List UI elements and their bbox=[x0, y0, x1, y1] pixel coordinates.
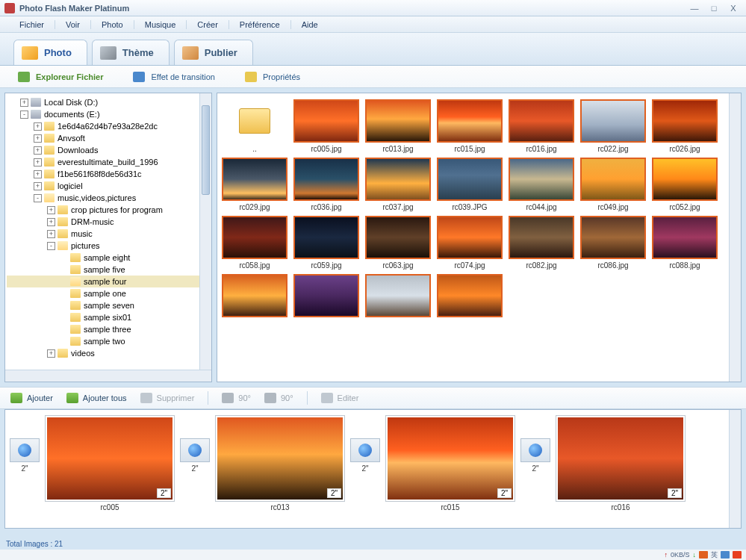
menu-item-voir[interactable]: Voir bbox=[55, 20, 91, 29]
tree-node[interactable]: sample seven bbox=[7, 299, 210, 311]
transition-slot[interactable]: 2" bbox=[520, 416, 550, 473]
file-tree[interactable]: +Local Disk (D:)-documents (E:)+1e6d4a62… bbox=[5, 93, 211, 370]
expand-toggle[interactable]: + bbox=[20, 99, 28, 107]
thumbnail[interactable]: rc044.jpg bbox=[507, 158, 576, 211]
tree-node[interactable]: -music,videos,pictures bbox=[7, 192, 210, 204]
tree-node[interactable]: +logiciel bbox=[7, 180, 210, 192]
timeline-image-slot[interactable]: 2"rc013 bbox=[216, 416, 344, 511]
sub-tab[interactable]: Exploreur Fichier bbox=[18, 72, 103, 82]
thumbnail[interactable]: rc015.jpg bbox=[435, 99, 504, 153]
transition-slot[interactable]: 2" bbox=[350, 416, 380, 473]
tree-node[interactable]: +everestultimate_build_1996 bbox=[7, 156, 210, 168]
tree-node[interactable]: +1e6d4a62d4b7e93a28e2dc bbox=[7, 120, 210, 132]
thumbnail[interactable]: rc058.jpg bbox=[220, 216, 289, 270]
thumbnail[interactable] bbox=[364, 274, 432, 320]
thumbnail[interactable]: rc049.jpg bbox=[579, 158, 647, 211]
tree-node[interactable]: +Local Disk (D:) bbox=[7, 96, 210, 108]
sub-tab[interactable]: Effet de transition bbox=[133, 72, 214, 82]
minimize-button[interactable]: — bbox=[686, 3, 703, 13]
ime-indicator[interactable]: 英 bbox=[711, 550, 718, 560]
expand-toggle[interactable]: + bbox=[34, 122, 42, 131]
tree-node[interactable]: sample six01 bbox=[7, 311, 210, 323]
tree-node[interactable]: +Downloads bbox=[7, 144, 210, 156]
scrollbar-thumb[interactable] bbox=[202, 105, 210, 195]
tree-node[interactable]: +music bbox=[7, 228, 210, 240]
tree-node[interactable]: sample three bbox=[7, 323, 210, 335]
thumbnail[interactable]: rc026.jpg bbox=[650, 99, 719, 153]
sub-tab[interactable]: Propriétés bbox=[245, 72, 300, 82]
add-button[interactable]: Ajouter bbox=[10, 393, 53, 403]
tree-node[interactable]: +videos bbox=[7, 347, 210, 359]
tree-vertical-scrollbar[interactable] bbox=[199, 93, 211, 370]
main-tab-publier[interactable]: Publier bbox=[174, 40, 253, 65]
expand-toggle[interactable]: + bbox=[34, 170, 42, 178]
tray-icon[interactable] bbox=[699, 551, 708, 559]
thumbnail[interactable]: rc036.jpg bbox=[292, 158, 361, 211]
rotate-cw-button[interactable]: 90° bbox=[222, 393, 251, 403]
expand-toggle[interactable]: + bbox=[34, 146, 42, 155]
expand-toggle[interactable]: + bbox=[34, 134, 42, 143]
menu-item-musique[interactable]: Musique bbox=[134, 20, 187, 29]
timeline-vertical-scrollbar[interactable] bbox=[729, 410, 741, 528]
thumbnail[interactable]: rc013.jpg bbox=[364, 99, 432, 153]
transition-slot[interactable]: 2" bbox=[180, 416, 210, 473]
tree-node[interactable]: +crop pictures for program bbox=[7, 204, 210, 216]
menu-item-photo[interactable]: Photo bbox=[91, 20, 134, 29]
timeline-image-slot[interactable]: 2"rc016 bbox=[556, 416, 685, 511]
thumbnail[interactable] bbox=[435, 274, 504, 320]
gallery-vertical-scrollbar[interactable] bbox=[729, 93, 741, 382]
expand-toggle[interactable]: + bbox=[34, 158, 42, 167]
tree-node[interactable]: sample one bbox=[7, 287, 210, 299]
thumbnail[interactable]: rc088.jpg bbox=[650, 216, 719, 270]
tray-icon[interactable] bbox=[721, 551, 730, 559]
expand-toggle[interactable]: - bbox=[34, 194, 42, 202]
tray-icon[interactable] bbox=[733, 551, 742, 559]
thumbnail[interactable]: rc005.jpg bbox=[292, 99, 361, 153]
thumbnail[interactable]: rc052.jpg bbox=[650, 158, 719, 211]
rotate-ccw-button[interactable]: 90° bbox=[264, 393, 293, 403]
thumbnail[interactable]: rc063.jpg bbox=[364, 216, 432, 270]
expand-toggle[interactable]: - bbox=[20, 111, 28, 119]
expand-toggle[interactable]: + bbox=[34, 182, 42, 190]
transition-slot[interactable]: 2" bbox=[10, 416, 40, 473]
menu-item-créer[interactable]: Créer bbox=[187, 20, 229, 29]
maximize-button[interactable]: □ bbox=[706, 3, 722, 13]
expand-toggle[interactable]: - bbox=[47, 242, 55, 250]
delete-button[interactable]: Supprimer bbox=[140, 393, 195, 403]
thumbnail[interactable]: .. bbox=[220, 99, 289, 153]
close-button[interactable]: X bbox=[725, 3, 742, 13]
tree-node[interactable]: +DRM-music bbox=[7, 216, 210, 228]
thumbnail[interactable]: rc059.jpg bbox=[292, 216, 361, 270]
thumbnail[interactable]: rc022.jpg bbox=[579, 99, 647, 153]
thumbnail[interactable]: rc029.jpg bbox=[220, 158, 289, 211]
thumbnail[interactable]: rc082.jpg bbox=[507, 216, 576, 270]
expand-toggle[interactable]: + bbox=[47, 349, 55, 358]
main-tab-photo[interactable]: Photo bbox=[13, 40, 87, 65]
tree-node[interactable]: sample two bbox=[7, 335, 210, 347]
timeline-image-slot[interactable]: 2"rc005 bbox=[46, 416, 174, 511]
expand-toggle[interactable]: + bbox=[47, 230, 55, 238]
expand-toggle[interactable]: + bbox=[47, 218, 55, 226]
tree-node[interactable]: -documents (E:) bbox=[7, 108, 210, 120]
menu-item-préférence[interactable]: Préférence bbox=[229, 20, 291, 29]
edit-button[interactable]: Editer bbox=[321, 393, 359, 403]
thumbnail[interactable]: rc039.JPG bbox=[435, 158, 504, 211]
tree-node[interactable]: sample eight bbox=[7, 252, 210, 264]
tree-node[interactable]: sample five bbox=[7, 264, 210, 276]
timeline-image-slot[interactable]: 2"rc015 bbox=[386, 416, 515, 511]
thumbnail[interactable] bbox=[220, 274, 289, 320]
expand-toggle[interactable]: + bbox=[47, 206, 55, 214]
tree-node[interactable]: +f1be561f68f8de56d31c bbox=[7, 168, 210, 180]
thumbnail[interactable]: rc086.jpg bbox=[579, 216, 647, 270]
tree-node[interactable]: sample four bbox=[7, 276, 210, 287]
tree-node[interactable]: +Anvsoft bbox=[7, 132, 210, 144]
thumbnail[interactable] bbox=[292, 274, 361, 320]
add-all-button[interactable]: Ajouter tous bbox=[66, 393, 127, 403]
menu-item-aide[interactable]: Aide bbox=[291, 20, 329, 29]
tree-horizontal-scrollbar[interactable] bbox=[5, 370, 211, 382]
main-tab-thème[interactable]: Thème bbox=[92, 40, 170, 65]
tree-node[interactable]: -pictures bbox=[7, 240, 210, 252]
menu-item-fichier[interactable]: Fichier bbox=[9, 20, 55, 29]
thumbnail[interactable]: rc016.jpg bbox=[507, 99, 576, 153]
thumbnail[interactable]: rc074.jpg bbox=[435, 216, 504, 270]
